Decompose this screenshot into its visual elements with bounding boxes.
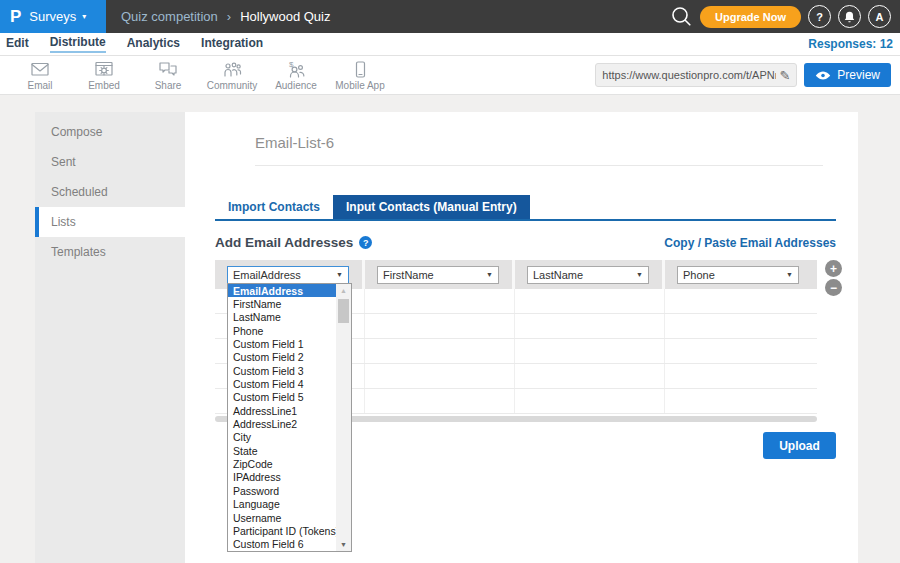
survey-url-input[interactable]: https://www.questionpro.com/t/APNrFZ ✎ — [595, 63, 797, 87]
remove-row-button[interactable]: − — [825, 279, 842, 296]
sidebar-item-sent[interactable]: Sent — [35, 147, 185, 177]
column-select-lastname[interactable]: LastName ▼ — [527, 266, 649, 284]
table-cell-input[interactable] — [515, 339, 665, 363]
column-header-4: Phone ▼ — [665, 260, 817, 289]
breadcrumb: Quiz competition › Hollywood Quiz — [121, 9, 331, 24]
dropdown-option-emailaddress[interactable]: EmailAddress — [228, 284, 336, 297]
table-cell-input[interactable] — [515, 389, 665, 413]
dropdown-option-addressline2[interactable]: AddressLine2 — [228, 417, 336, 430]
table-cell-input[interactable] — [515, 314, 665, 338]
questionpro-logo-icon: P — [10, 7, 21, 27]
toolbar-item-email[interactable]: Email — [8, 60, 72, 91]
table-cell-input[interactable] — [365, 339, 515, 363]
table-cell-input[interactable] — [365, 389, 515, 413]
table-cell-input[interactable] — [665, 339, 817, 363]
dropdown-option-password[interactable]: Password — [228, 484, 336, 497]
survey-url-value: https://www.questionpro.com/t/APNrFZ — [602, 69, 776, 81]
dropdown-option-custom-field-1[interactable]: Custom Field 1 — [228, 337, 336, 350]
table-cell-input[interactable] — [365, 289, 515, 313]
nav-item-distribute[interactable]: Distribute — [50, 35, 106, 53]
upgrade-now-button[interactable]: Upgrade Now — [700, 6, 801, 28]
dropdown-option-zipcode[interactable]: ZipCode — [228, 457, 336, 470]
topbar: P Surveys ▾ Quiz competition › Hollywood… — [0, 0, 900, 33]
sidebar-item-compose[interactable]: Compose — [35, 117, 185, 147]
search-button[interactable] — [669, 5, 693, 29]
breadcrumb-current: Hollywood Quiz — [240, 9, 330, 24]
sidebar-item-templates[interactable]: Templates — [35, 237, 185, 267]
table-cell-input[interactable] — [665, 389, 817, 413]
svg-text:$: $ — [289, 60, 294, 69]
select-caret-icon: ▼ — [486, 271, 493, 278]
sidebar-item-scheduled[interactable]: Scheduled — [35, 177, 185, 207]
table-cell-input[interactable] — [665, 314, 817, 338]
search-icon — [670, 5, 693, 28]
preview-button[interactable]: Preview — [804, 63, 891, 87]
email-icon — [29, 60, 51, 79]
scrollbar-up-arrow-icon[interactable]: ▲ — [336, 284, 351, 297]
table-cell-input[interactable] — [665, 289, 817, 313]
toolbar-item-community[interactable]: Community — [200, 60, 264, 91]
tab-import-contacts[interactable]: Import Contacts — [215, 195, 333, 219]
dropdown-option-custom-field-4[interactable]: Custom Field 4 — [228, 377, 336, 390]
select-caret-icon: ▼ — [336, 271, 343, 278]
toolbar-item-embed[interactable]: Embed — [72, 60, 136, 91]
dropdown-option-custom-field-2[interactable]: Custom Field 2 — [228, 351, 336, 364]
table-cell-input[interactable] — [365, 314, 515, 338]
scrollbar-thumb[interactable] — [338, 299, 349, 323]
dropdown-option-language[interactable]: Language — [228, 498, 336, 511]
dropdown-option-username[interactable]: Username — [228, 511, 336, 524]
tab-input-contacts-manual-entry[interactable]: Input Contacts (Manual Entry) — [333, 195, 530, 219]
table-cell-input[interactable] — [515, 289, 665, 313]
dropdown-option-lastname[interactable]: LastName — [228, 311, 336, 324]
scrollbar-down-arrow-icon[interactable]: ▼ — [336, 538, 351, 551]
row-controls: + − — [825, 260, 842, 296]
dropdown-option-participant-id-tokens[interactable]: Participant ID (Tokens) — [228, 524, 336, 537]
column-header-2: FirstName ▼ — [365, 260, 515, 289]
dropdown-scrollbar[interactable]: ▲ ▼ — [336, 284, 351, 551]
select-caret-icon: ▼ — [786, 271, 793, 278]
breadcrumb-parent[interactable]: Quiz competition — [121, 9, 218, 24]
dropdown-option-custom-field-3[interactable]: Custom Field 3 — [228, 364, 336, 377]
surveys-product-menu[interactable]: P Surveys ▾ — [0, 0, 106, 33]
responses-count[interactable]: Responses: 12 — [808, 37, 900, 51]
breadcrumb-separator-icon: › — [227, 9, 231, 24]
chevron-down-icon: ▾ — [82, 12, 86, 21]
dropdown-option-custom-field-6[interactable]: Custom Field 6 — [228, 538, 336, 551]
account-avatar[interactable]: A — [868, 5, 891, 28]
column-select-phone[interactable]: Phone ▼ — [677, 266, 799, 284]
main-content: Email-List-6 Import Contacts Input Conta… — [185, 112, 858, 563]
column-select-firstname[interactable]: FirstName ▼ — [377, 266, 499, 284]
share-icon — [157, 60, 179, 79]
help-tooltip-icon[interactable]: ? — [359, 236, 372, 249]
notifications-button[interactable] — [838, 5, 861, 28]
table-cell-input[interactable] — [365, 364, 515, 388]
topbar-actions: Upgrade Now ? A — [669, 5, 900, 29]
toolbar-item-share[interactable]: Share — [136, 60, 200, 91]
help-button[interactable]: ? — [808, 5, 831, 28]
table-cell-input[interactable] — [515, 364, 665, 388]
copy-paste-email-addresses-link[interactable]: Copy / Paste Email Addresses — [664, 236, 836, 250]
upload-button[interactable]: Upload — [763, 432, 836, 459]
dropdown-option-custom-field-5[interactable]: Custom Field 5 — [228, 391, 336, 404]
edit-url-icon[interactable]: ✎ — [779, 68, 790, 83]
column-select-emailaddress[interactable]: EmailAddress ▼ — [227, 266, 349, 284]
dropdown-option-ipaddress[interactable]: IPAddress — [228, 471, 336, 484]
dropdown-option-addressline1[interactable]: AddressLine1 — [228, 404, 336, 417]
list-title-header: Email-List-6 — [255, 134, 823, 166]
table-cell-input[interactable] — [665, 364, 817, 388]
nav-item-analytics[interactable]: Analytics — [127, 36, 180, 52]
select-caret-icon: ▼ — [636, 271, 643, 278]
sidebar-item-lists[interactable]: Lists — [35, 207, 185, 237]
audience-icon: $ — [285, 60, 307, 79]
dropdown-option-firstname[interactable]: FirstName — [228, 297, 336, 310]
dropdown-option-state[interactable]: State — [228, 444, 336, 457]
nav-item-edit[interactable]: Edit — [6, 36, 29, 52]
dropdown-option-phone[interactable]: Phone — [228, 324, 336, 337]
toolbar-item-mobile-app[interactable]: Mobile App — [328, 60, 392, 91]
add-row-button[interactable]: + — [825, 260, 842, 277]
nav-item-integration[interactable]: Integration — [201, 36, 263, 52]
contacts-table-zone: EmailAddress ▼ FirstName ▼ LastName — [215, 260, 836, 422]
toolbar-item-audience[interactable]: $ Audience — [264, 60, 328, 91]
eye-icon — [815, 70, 831, 81]
dropdown-option-city[interactable]: City — [228, 431, 336, 444]
